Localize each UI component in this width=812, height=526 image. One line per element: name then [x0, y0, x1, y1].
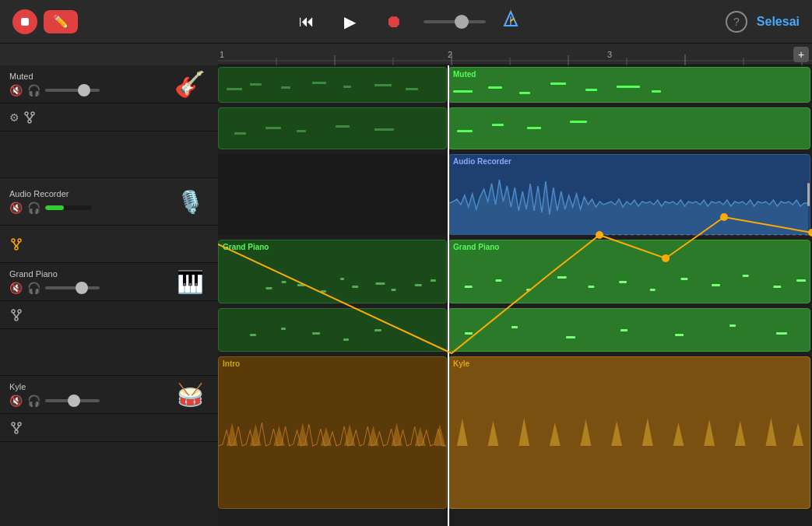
help-button[interactable]: ?: [726, 11, 747, 33]
svg-rect-95: [620, 329, 627, 331]
audio-mute-icon[interactable]: 🔇: [9, 202, 23, 214]
svg-line-11: [13, 242, 16, 247]
track-muted-volume[interactable]: [45, 89, 100, 92]
track-piano-sub: [0, 329, 218, 376]
timeline-area: 1 2 3: [218, 44, 812, 526]
playhead: [448, 65, 449, 526]
track-kyle-volume[interactable]: [45, 399, 100, 402]
clip-piano-bright[interactable]: Grand Piano: [448, 240, 810, 303]
svg-point-13: [12, 310, 15, 313]
clip-row-muted-top: Muted: [218, 65, 812, 104]
svg-rect-51: [519, 92, 530, 94]
record-badge[interactable]: [12, 9, 37, 34]
clip-piano-sub-dark[interactable]: [218, 308, 447, 352]
clip-audio-empty: [218, 154, 447, 235]
svg-marker-111: [518, 418, 529, 446]
svg-rect-69: [340, 278, 344, 280]
svg-point-18: [12, 423, 15, 426]
svg-rect-55: [652, 90, 661, 93]
clip-muted-sub-bright[interactable]: [448, 107, 810, 149]
track-muted-instrument-icon: 🎸: [171, 69, 209, 99]
track-audio-header: Audio Recorder 🔇 🎧 🎙️: [0, 178, 218, 225]
clips-container[interactable]: Muted: [218, 65, 812, 526]
main-content: Muted 🔇 🎧 🎸 ⚙: [0, 44, 812, 526]
svg-rect-98: [776, 332, 787, 335]
svg-line-7: [30, 115, 33, 120]
svg-rect-76: [495, 279, 501, 282]
play-button[interactable]: ▶: [336, 8, 364, 36]
clip-muted-dark[interactable]: [218, 67, 447, 103]
track-audio-routing-icon[interactable]: [9, 237, 23, 251]
track-piano-routing-icon[interactable]: [9, 308, 23, 322]
svg-text:3: 3: [607, 50, 612, 59]
svg-point-20: [15, 430, 18, 433]
clip-piano-dark[interactable]: Grand Piano: [218, 240, 447, 303]
svg-rect-89: [312, 332, 320, 335]
metronome-icon[interactable]: [501, 10, 520, 33]
piano-headphone-icon[interactable]: 🎧: [27, 282, 40, 294]
svg-rect-85: [773, 286, 781, 288]
done-button[interactable]: Selesai: [757, 15, 800, 29]
svg-marker-113: [581, 419, 592, 446]
track-muted-routing-icon[interactable]: [23, 110, 37, 124]
clip-audio-recorder[interactable]: Audio Recorder: [448, 154, 810, 235]
svg-point-15: [15, 317, 18, 321]
track-piano-header: Grand Piano 🔇 🎧 🎹: [0, 263, 218, 300]
rewind-button[interactable]: ⏮: [293, 8, 321, 36]
piano-mute-icon[interactable]: 🔇: [9, 282, 23, 294]
svg-marker-109: [457, 419, 468, 446]
clip-audio-handle[interactable]: [807, 183, 810, 206]
master-volume-slider[interactable]: [424, 20, 486, 23]
clip-muted-bright[interactable]: Muted: [448, 67, 810, 103]
svg-rect-60: [374, 128, 394, 131]
clip-kyle-intro-label: Intro: [219, 357, 446, 370]
svg-rect-56: [234, 132, 246, 135]
svg-rect-88: [281, 328, 286, 330]
clip-piano-dark-label: Grand Piano: [219, 240, 446, 254]
headphone-icon[interactable]: 🎧: [27, 84, 40, 96]
record-button[interactable]: ⏺: [380, 8, 408, 36]
mute-icon[interactable]: 🔇: [9, 84, 23, 96]
svg-rect-70: [352, 286, 358, 288]
svg-rect-62: [492, 124, 504, 126]
svg-rect-67: [297, 284, 305, 286]
kyle-mute-icon[interactable]: 🔇: [9, 394, 23, 407]
track-kyle-routing-icon[interactable]: [9, 421, 23, 435]
svg-rect-53: [585, 89, 597, 91]
track-muted-eq-icon[interactable]: ⚙: [9, 111, 19, 124]
clip-kyle-intro[interactable]: Intro: [218, 356, 447, 509]
svg-rect-54: [617, 86, 640, 88]
svg-marker-114: [611, 421, 622, 446]
svg-point-5: [28, 120, 31, 123]
svg-rect-50: [488, 86, 502, 89]
svg-rect-46: [343, 86, 351, 88]
svg-text:1: 1: [220, 50, 224, 59]
track-piano-name: Grand Piano: [9, 269, 165, 279]
svg-rect-81: [650, 289, 656, 291]
clip-piano-sub-bright[interactable]: [448, 308, 810, 352]
track-audio-instrument-icon: 🎙️: [171, 189, 209, 215]
clip-muted-sub-dark[interactable]: [218, 107, 447, 149]
clip-row-piano-top: Grand Piano Grand Pi: [218, 238, 812, 305]
clip-row-piano-sub: [218, 307, 812, 353]
audio-volume-meter: [45, 205, 92, 210]
kyle-headphone-icon[interactable]: 🎧: [27, 394, 40, 407]
svg-rect-83: [712, 284, 720, 286]
svg-rect-96: [675, 334, 684, 336]
svg-rect-71: [375, 282, 385, 285]
clip-kyle-kyle[interactable]: Kyle: [448, 356, 810, 509]
svg-rect-94: [566, 336, 575, 338]
track-muted-header: Muted 🔇 🎧 🎸: [0, 65, 218, 103]
svg-marker-116: [673, 423, 684, 446]
pencil-button[interactable]: [44, 10, 78, 33]
audio-headphone-icon[interactable]: 🎧: [27, 202, 40, 214]
svg-rect-48: [406, 88, 418, 90]
track-kyle-name: Kyle: [9, 382, 165, 391]
track-muted: Muted 🔇 🎧 🎸 ⚙: [0, 65, 218, 132]
svg-line-16: [13, 313, 16, 317]
add-track-button[interactable]: +: [793, 47, 809, 62]
track-piano-volume[interactable]: [45, 286, 100, 289]
svg-line-17: [16, 313, 19, 317]
svg-rect-79: [588, 286, 594, 288]
svg-rect-92: [465, 332, 473, 335]
